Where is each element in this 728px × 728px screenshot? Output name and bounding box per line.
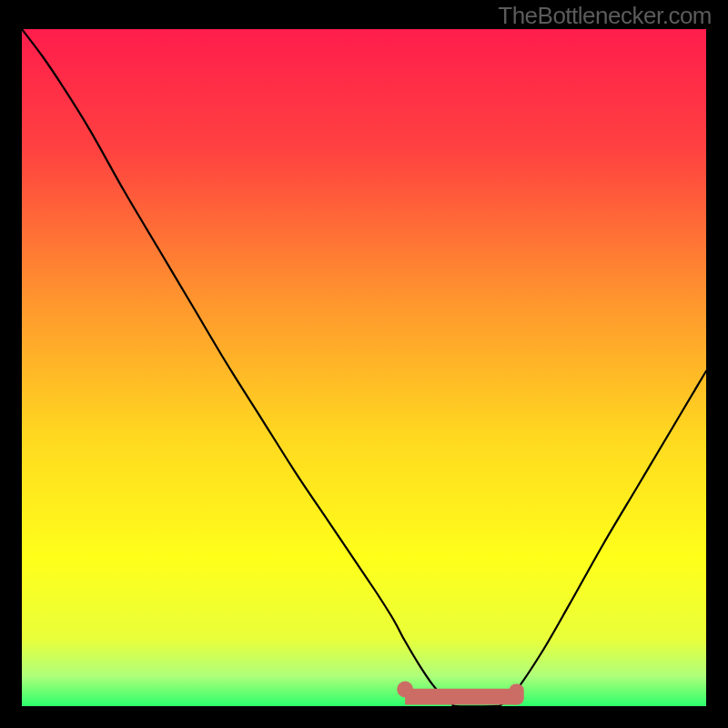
svg-point-1	[397, 682, 413, 698]
svg-rect-2	[510, 683, 524, 704]
gradient-background	[22, 29, 706, 706]
attribution-label: TheBottlenecker.com	[498, 2, 712, 30]
chart-canvas	[22, 29, 706, 706]
